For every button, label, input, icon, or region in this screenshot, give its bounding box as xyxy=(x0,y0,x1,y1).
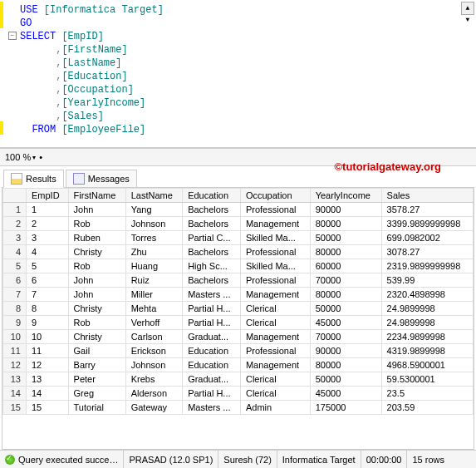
cell[interactable]: Alderson xyxy=(125,387,182,401)
rownum-header[interactable] xyxy=(3,189,27,203)
cell[interactable]: High Sc... xyxy=(183,259,241,273)
cell[interactable]: Clerical xyxy=(240,372,310,387)
table-row[interactable]: 88ChristyMehtaPartial H...Clerical500002… xyxy=(3,302,474,316)
cell[interactable]: 3399.9899999998 xyxy=(381,217,473,231)
rownum-cell[interactable]: 11 xyxy=(3,344,27,358)
cell[interactable]: 70000 xyxy=(310,330,381,344)
table-row[interactable]: 55RobHuangHigh Sc...Skilled Ma...6000023… xyxy=(3,259,474,273)
col-header[interactable]: YearlyIncome xyxy=(310,189,381,203)
cell[interactable]: Clerical xyxy=(240,387,310,401)
cell[interactable]: Verhoff xyxy=(125,316,182,330)
tab-results[interactable]: Results xyxy=(3,170,64,188)
col-header[interactable]: EmpID xyxy=(27,189,69,203)
cell[interactable]: John xyxy=(68,288,125,302)
rownum-cell[interactable]: 10 xyxy=(3,330,27,344)
cell[interactable]: 13 xyxy=(27,372,69,387)
cell[interactable]: Christy xyxy=(68,302,125,316)
cell[interactable]: Skilled Ma... xyxy=(240,231,310,245)
cell[interactable]: Miller xyxy=(125,288,182,302)
cell[interactable]: John xyxy=(68,203,125,217)
cell[interactable]: Clerical xyxy=(240,302,310,316)
cell[interactable]: Bachelors xyxy=(183,273,241,288)
cell[interactable]: Rob xyxy=(68,217,125,231)
rownum-cell[interactable]: 2 xyxy=(3,217,27,231)
cell[interactable]: Johnson xyxy=(125,358,182,372)
cell[interactable]: Zhu xyxy=(125,245,182,259)
table-row[interactable]: 1515TutorialGatewayMasters ...Admin17500… xyxy=(3,401,474,415)
col-header[interactable]: Occupation xyxy=(240,189,310,203)
cell[interactable]: Ruiz xyxy=(125,273,182,288)
cell[interactable]: 4319.9899998 xyxy=(381,344,473,358)
rownum-cell[interactable]: 7 xyxy=(3,288,27,302)
cell[interactable]: 90000 xyxy=(310,344,381,358)
cell[interactable]: 24.9899998 xyxy=(381,316,473,330)
cell[interactable]: Management xyxy=(240,330,310,344)
cell[interactable]: Christy xyxy=(68,245,125,259)
cell[interactable]: 2319.9899999998 xyxy=(381,259,473,273)
cell[interactable]: Masters ... xyxy=(183,288,241,302)
cell[interactable]: Professional xyxy=(240,203,310,217)
cell[interactable]: 50000 xyxy=(310,372,381,387)
cell[interactable]: 699.0982002 xyxy=(381,231,473,245)
cell[interactable]: 80000 xyxy=(310,358,381,372)
cell[interactable]: 4968.5900001 xyxy=(381,358,473,372)
collapse-icon[interactable]: − xyxy=(8,32,17,40)
table-row[interactable]: 11JohnYangBachelorsProfessional900003578… xyxy=(3,203,474,217)
cell[interactable]: 8 xyxy=(27,302,69,316)
cell[interactable]: 4 xyxy=(27,245,69,259)
cell[interactable]: Barry xyxy=(68,358,125,372)
col-header[interactable]: Education xyxy=(183,189,241,203)
cell[interactable]: 80000 xyxy=(310,217,381,231)
tab-messages[interactable]: Messages xyxy=(66,170,137,187)
rownum-cell[interactable]: 6 xyxy=(3,273,27,288)
rownum-cell[interactable]: 9 xyxy=(3,316,27,330)
cell[interactable]: 14 xyxy=(27,387,69,401)
rownum-cell[interactable]: 8 xyxy=(3,302,27,316)
table-row[interactable]: 99RobVerhoffPartial H...Clerical4500024.… xyxy=(3,316,474,330)
rownum-cell[interactable]: 13 xyxy=(3,372,27,387)
cell[interactable]: Management xyxy=(240,288,310,302)
sql-editor[interactable]: ▲▼ USE [Informatica Target] GO −SELECT [… xyxy=(0,0,476,148)
table-row[interactable]: 1414GregAldersonPartial H...Clerical4500… xyxy=(3,387,474,401)
rownum-cell[interactable]: 14 xyxy=(3,387,27,401)
rownum-cell[interactable]: 12 xyxy=(3,358,27,372)
cell[interactable]: 2320.4898998 xyxy=(381,288,473,302)
cell[interactable]: 9 xyxy=(27,316,69,330)
cell[interactable]: Clerical xyxy=(240,316,310,330)
cell[interactable]: 12 xyxy=(27,358,69,372)
cell[interactable]: 50000 xyxy=(310,302,381,316)
cell[interactable]: Partial H... xyxy=(183,316,241,330)
cell[interactable]: Greg xyxy=(68,387,125,401)
cell[interactable]: Skilled Ma... xyxy=(240,259,310,273)
cell[interactable]: Graduat... xyxy=(183,330,241,344)
cell[interactable]: Professional xyxy=(240,245,310,259)
table-row[interactable]: 22RobJohnsonBachelorsManagement800003399… xyxy=(3,217,474,231)
cell[interactable]: John xyxy=(68,273,125,288)
cell[interactable]: Huang xyxy=(125,259,182,273)
cell[interactable]: 45000 xyxy=(310,316,381,330)
cell[interactable]: 539.99 xyxy=(381,273,473,288)
cell[interactable]: 45000 xyxy=(310,387,381,401)
cell[interactable]: 60000 xyxy=(310,259,381,273)
table-row[interactable]: 1212BarryJohnsonEducationManagement80000… xyxy=(3,358,474,372)
cell[interactable]: Professional xyxy=(240,344,310,358)
cell[interactable]: Admin xyxy=(240,401,310,415)
cell[interactable]: 59.5300001 xyxy=(381,372,473,387)
cell[interactable]: 10 xyxy=(27,330,69,344)
cell[interactable]: Education xyxy=(183,344,241,358)
table-row[interactable]: 66JohnRuizBachelorsProfessional70000539.… xyxy=(3,273,474,288)
cell[interactable]: Partial H... xyxy=(183,302,241,316)
cell[interactable]: 203.59 xyxy=(381,401,473,415)
cell[interactable]: Partial C... xyxy=(183,231,241,245)
table-row[interactable]: 1111GailEricksonEducationProfessional900… xyxy=(3,344,474,358)
cell[interactable]: Bachelors xyxy=(183,217,241,231)
cell[interactable]: Rob xyxy=(68,259,125,273)
rownum-cell[interactable]: 1 xyxy=(3,203,27,217)
cell[interactable]: 5 xyxy=(27,259,69,273)
cell[interactable]: Torres xyxy=(125,231,182,245)
cell[interactable]: Graduat... xyxy=(183,372,241,387)
cell[interactable]: Masters ... xyxy=(183,401,241,415)
cell[interactable]: 90000 xyxy=(310,203,381,217)
cell[interactable]: Bachelors xyxy=(183,245,241,259)
cell[interactable]: 6 xyxy=(27,273,69,288)
